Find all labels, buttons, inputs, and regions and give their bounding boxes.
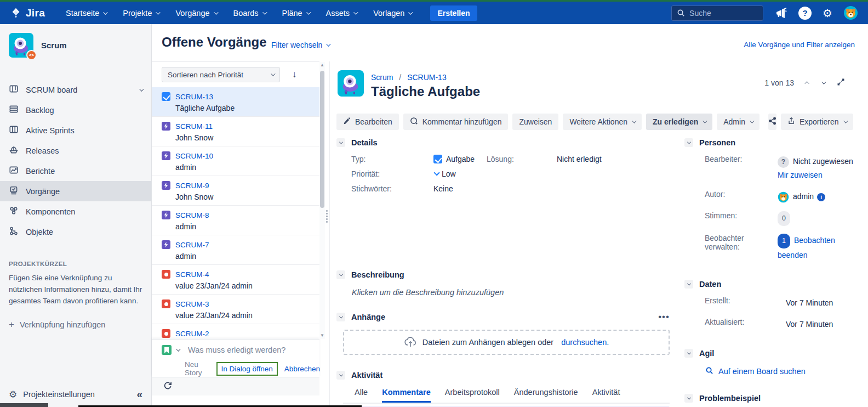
issue-key-link[interactable]: SCRUM-13 bbox=[175, 93, 213, 101]
assign-button[interactable]: Zuweisen bbox=[512, 114, 558, 130]
scrollbar-thumb[interactable] bbox=[320, 71, 324, 208]
watchers-badge[interactable]: 1 bbox=[778, 234, 790, 248]
sort-direction-icon[interactable]: ↓ bbox=[292, 69, 297, 80]
issue-row[interactable]: SCRUM-9 John Snow bbox=[152, 176, 319, 206]
navbar-search[interactable] bbox=[671, 5, 763, 21]
collapse-section-icon[interactable] bbox=[684, 280, 693, 289]
collapse-section-icon[interactable] bbox=[336, 371, 345, 380]
issue-key-link[interactable]: SCRUM-8 bbox=[175, 211, 209, 219]
expand-icon[interactable] bbox=[837, 78, 845, 88]
collapse-section-icon[interactable] bbox=[336, 138, 345, 147]
issue-row[interactable]: SCRUM-2 bbox=[152, 324, 319, 339]
issue-key-link[interactable]: SCRUM-11 bbox=[175, 122, 213, 131]
attachments-menu-icon[interactable]: ••• bbox=[658, 312, 670, 323]
issue-key-link[interactable]: SCRUM-2 bbox=[175, 330, 209, 338]
collapse-section-icon[interactable] bbox=[684, 349, 693, 358]
description-placeholder[interactable]: Klicken um die Beschreibung hinzuzufügen bbox=[352, 288, 504, 297]
votes-badge[interactable]: 0 bbox=[778, 211, 790, 226]
issue-row[interactable]: SCRUM-7 admin bbox=[152, 235, 319, 265]
user-avatar[interactable] bbox=[843, 5, 858, 20]
scroll-down-arrow[interactable]: ▼ bbox=[320, 333, 324, 338]
export-button[interactable]: Exportieren bbox=[781, 114, 853, 130]
sidebar-item-aktive-sprints[interactable]: Aktive Sprints bbox=[0, 120, 151, 140]
add-shortcut-link[interactable]: + Verknüpfung hinzufügen bbox=[9, 319, 142, 330]
browse-link[interactable]: durchsuchen. bbox=[561, 338, 609, 347]
sidebar-item-berichte[interactable]: Berichte bbox=[0, 161, 151, 181]
sidebar-item-vorgaenge[interactable]: Vorgänge bbox=[0, 181, 151, 201]
refresh-icon[interactable] bbox=[163, 381, 173, 392]
open-in-dialog-link[interactable]: In Dialog öffnen bbox=[221, 365, 273, 373]
activity-tab[interactable]: Änderungshistorie bbox=[514, 388, 578, 403]
search-input[interactable] bbox=[689, 9, 755, 18]
panel-resize-handle[interactable] bbox=[326, 210, 328, 223]
chevron-down-icon[interactable] bbox=[821, 80, 826, 84]
issue-key-link[interactable]: SCRUM-7 bbox=[175, 241, 209, 249]
cancel-link[interactable]: Abbrechen bbox=[284, 365, 320, 373]
navbar-item-label: Startseite bbox=[66, 9, 99, 18]
view-on-board-link[interactable]: Auf einem Board suchen bbox=[705, 366, 865, 376]
activity-tab[interactable]: Kommentare bbox=[382, 388, 431, 403]
navbar-item[interactable]: Projekte bbox=[123, 9, 159, 18]
collapse-sidebar-icon[interactable]: « bbox=[136, 388, 142, 400]
add-comment-button[interactable]: Kommentar hinzufügen bbox=[403, 114, 509, 130]
edit-button[interactable]: Bearbeiten bbox=[336, 114, 399, 130]
navbar-item[interactable]: Pläne bbox=[282, 9, 310, 18]
help-icon[interactable]: ? bbox=[798, 7, 812, 20]
breadcrumb-project-link[interactable]: Scrum bbox=[371, 73, 393, 82]
all-filters-link[interactable]: Alle Vorgänge und Filter anzeigen bbox=[744, 41, 855, 49]
collapse-section-icon[interactable] bbox=[684, 138, 693, 147]
navbar-item[interactable]: Vorgänge bbox=[175, 9, 216, 18]
collapse-section-icon[interactable] bbox=[336, 270, 345, 279]
issue-row[interactable]: SCRUM-11 John Snow bbox=[152, 117, 319, 146]
project-settings-link[interactable]: Projekteinstellungen bbox=[23, 390, 95, 399]
list-scrollbar[interactable]: ▲ ▼ bbox=[319, 62, 325, 339]
chevron-down-icon[interactable] bbox=[139, 87, 144, 91]
share-button[interactable] bbox=[768, 114, 776, 130]
issue-row[interactable]: SCRUM-8 admin bbox=[152, 206, 319, 235]
megaphone-icon[interactable] bbox=[774, 7, 787, 20]
breadcrumb-issue-link[interactable]: SCRUM-13 bbox=[407, 73, 447, 82]
issue-row[interactable]: SCRUM-10 admin bbox=[152, 146, 319, 176]
issue-row[interactable]: SCRUM-4 value 23/Jan/24 admin bbox=[152, 265, 319, 295]
scroll-up-arrow[interactable]: ▲ bbox=[320, 63, 324, 67]
issue-key-link[interactable]: SCRUM-10 bbox=[175, 152, 213, 160]
sidebar-item-komponenten[interactable]: Komponenten bbox=[0, 201, 151, 222]
sidebar-item-backlog[interactable]: Backlog bbox=[0, 100, 151, 120]
project-header[interactable]: <> Scrum bbox=[0, 24, 151, 63]
sidebar-item-objekte[interactable]: Objekte bbox=[0, 222, 151, 242]
activity-tab[interactable]: Arbeitsprotokoll bbox=[445, 388, 500, 403]
issue-key-link[interactable]: SCRUM-4 bbox=[175, 270, 209, 279]
status-button[interactable]: Zu erledigen bbox=[646, 114, 712, 130]
issue-row[interactable]: SCRUM-13 Tägliche Aufgabe bbox=[152, 87, 319, 117]
attachment-dropzone[interactable]: Dateien zum Anhängen ablegen oder durchs… bbox=[343, 330, 670, 355]
activity-tab[interactable]: Alle bbox=[355, 388, 368, 403]
view-on-board-label: Auf einem Board suchen bbox=[718, 367, 806, 376]
sidebar-item-scrum-board[interactable]: SCRUM board bbox=[0, 80, 151, 100]
assign-to-me-link[interactable]: Mir zuweisen bbox=[778, 171, 823, 179]
collapse-section-icon[interactable] bbox=[684, 394, 693, 403]
gear-icon[interactable]: ⚙ bbox=[823, 8, 832, 19]
more-actions-button[interactable]: Weitere Aktionen bbox=[563, 114, 642, 130]
chevron-down-icon bbox=[306, 10, 311, 14]
switch-filter-link[interactable]: Filter wechseln bbox=[271, 41, 329, 49]
issue-row[interactable]: SCRUM-3 value 23/Jan/24 admin bbox=[152, 295, 319, 324]
chevron-down-icon[interactable] bbox=[176, 347, 180, 351]
collapse-section-icon[interactable] bbox=[336, 313, 345, 321]
jira-logo[interactable]: Jira bbox=[10, 7, 45, 19]
info-icon[interactable]: i bbox=[817, 193, 825, 201]
sidebar-item-releases[interactable]: Releases bbox=[0, 140, 151, 161]
activity-tab[interactable]: Aktivität bbox=[592, 388, 620, 403]
issue-key-link[interactable]: SCRUM-3 bbox=[175, 300, 209, 308]
navbar-item[interactable]: Boards bbox=[233, 9, 266, 18]
issue-key-link[interactable]: SCRUM-9 bbox=[175, 182, 209, 190]
create-summary-input[interactable] bbox=[188, 346, 303, 354]
admin-button[interactable]: Admin bbox=[717, 114, 760, 130]
navbar-item[interactable]: Startseite bbox=[66, 9, 106, 18]
chevron-up-icon[interactable] bbox=[804, 81, 809, 86]
story-type-icon[interactable] bbox=[162, 345, 172, 355]
create-button[interactable]: Erstellen bbox=[430, 5, 477, 21]
navbar-item[interactable]: Assets bbox=[326, 9, 357, 18]
navbar-item[interactable]: Vorlagen bbox=[373, 9, 412, 18]
sort-select[interactable]: Sortieren nach Priorität bbox=[162, 67, 280, 82]
reporter-avatar[interactable] bbox=[778, 191, 789, 203]
